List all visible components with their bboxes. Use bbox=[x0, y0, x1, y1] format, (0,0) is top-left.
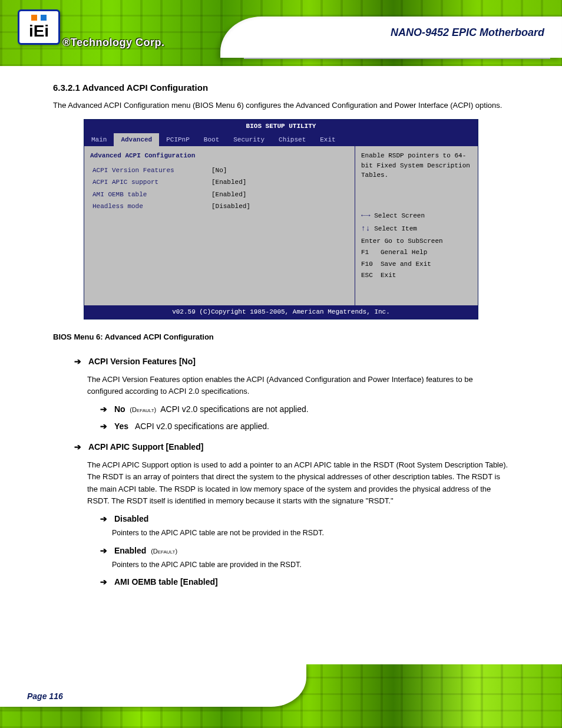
option-desc: The ACPI Version Features option enables… bbox=[87, 374, 509, 397]
logo-dot-orange bbox=[31, 15, 37, 21]
bios-tab-chipset[interactable]: Chipset bbox=[272, 133, 313, 147]
bios-tab-advanced[interactable]: Advanced bbox=[114, 133, 159, 147]
bios-key-screen: ←→ Select Screen bbox=[361, 210, 472, 222]
arrow-right-icon: ➔ bbox=[100, 576, 112, 588]
figure-caption: BIOS Menu 6: Advanced ACPI Configuration bbox=[53, 331, 509, 343]
option-value-desc: Pointers to the APIC APIC table are not … bbox=[112, 528, 509, 539]
bios-tab-exit[interactable]: Exit bbox=[313, 133, 342, 147]
bios-key-enter: Enter Go to SubScreen bbox=[361, 236, 472, 246]
arrow-right-icon: ➔ bbox=[74, 355, 86, 368]
brand-logo: iEi bbox=[18, 9, 60, 45]
option-heading-ami-oemb: ➔ AMI OEMB table [Enabled] bbox=[100, 576, 509, 588]
option-heading-acpi-version: ➔ ACPI Version Features [No] bbox=[74, 355, 509, 368]
option-value-yes: ➔ Yes ACPI v2.0 specifications are appli… bbox=[100, 420, 509, 433]
option-value-no: ➔ No (Default) ACPI v2.0 specifications … bbox=[100, 403, 509, 416]
bios-key-item: ↑↓ Select Item bbox=[361, 223, 472, 235]
arrow-right-icon: ➔ bbox=[100, 513, 112, 525]
bios-right-pane: Enable RSDP pointers to 64-bit Fixed Sys… bbox=[355, 146, 478, 305]
header-banner: iEi ®Technology Corp. NANO-9452 EPIC Mot… bbox=[0, 0, 562, 66]
page-number: Page 116 bbox=[27, 691, 63, 701]
header-title: NANO-9452 EPIC Motherboard bbox=[391, 27, 544, 39]
bios-settings-table: ACPI Version Features[No] ACPI APIC supp… bbox=[90, 164, 349, 213]
logo-dot-blue bbox=[41, 15, 47, 21]
bios-row[interactable]: ACPI APIC support[Enabled] bbox=[90, 176, 349, 189]
bios-key-f10: F10 Save and Exit bbox=[361, 259, 472, 269]
arrow-left-right-icon: ←→ bbox=[361, 211, 371, 220]
bios-row[interactable]: AMI OEMB table[Enabled] bbox=[90, 189, 349, 201]
bios-row[interactable]: Headless mode[Disabled] bbox=[90, 200, 349, 213]
bios-key-f1: F1 General Help bbox=[361, 248, 472, 258]
bios-tab-boot[interactable]: Boot bbox=[197, 133, 226, 147]
bios-section-header: Advanced ACPI Configuration bbox=[90, 151, 349, 161]
section-number: 6.3.2.1 Advanced ACPI Configuration bbox=[53, 81, 509, 95]
arrow-right-icon: ➔ bbox=[74, 441, 86, 453]
bios-title: BIOS SETUP UTILITY bbox=[84, 120, 478, 133]
bios-tab-pcipnp[interactable]: PCIPnP bbox=[159, 133, 197, 147]
bios-hint: Enable RSDP pointers to 64-bit Fixed Sys… bbox=[361, 151, 472, 180]
option-value-desc: Pointers to the APIC APIC table are prov… bbox=[112, 559, 509, 571]
brand-name: ®Technology Corp. bbox=[62, 37, 164, 49]
option-value-disabled: ➔ Disabled bbox=[100, 513, 509, 525]
bios-row[interactable]: ACPI Version Features[No] bbox=[90, 164, 349, 177]
option-desc: The ACPI APIC Support option is used to … bbox=[87, 459, 509, 507]
option-value-enabled: ➔ Enabled (Default) bbox=[100, 545, 509, 557]
arrow-up-down-icon: ↑↓ bbox=[361, 224, 371, 233]
bios-left-pane: Advanced ACPI Configuration ACPI Version… bbox=[84, 146, 355, 305]
bios-key-esc: ESC Exit bbox=[361, 271, 472, 281]
section-intro: The Advanced ACPI Configuration menu (BI… bbox=[53, 100, 509, 111]
bios-tab-security[interactable]: Security bbox=[226, 133, 272, 147]
arrow-right-icon: ➔ bbox=[100, 545, 112, 557]
footer-banner bbox=[0, 664, 562, 728]
arrow-right-icon: ➔ bbox=[100, 403, 112, 416]
bios-tab-main[interactable]: Main bbox=[84, 133, 114, 147]
bios-copyright: v02.59 (C)Copyright 1985-2005, American … bbox=[84, 305, 478, 319]
arrow-right-icon: ➔ bbox=[100, 420, 112, 433]
logo-text: iEi bbox=[29, 23, 49, 39]
bios-screenshot: BIOS SETUP UTILITY Main Advanced PCIPnP … bbox=[84, 119, 478, 319]
option-heading-acpi-apic: ➔ ACPI APIC Support [Enabled] bbox=[74, 441, 509, 453]
bios-tab-bar: Main Advanced PCIPnP Boot Security Chips… bbox=[84, 133, 478, 147]
